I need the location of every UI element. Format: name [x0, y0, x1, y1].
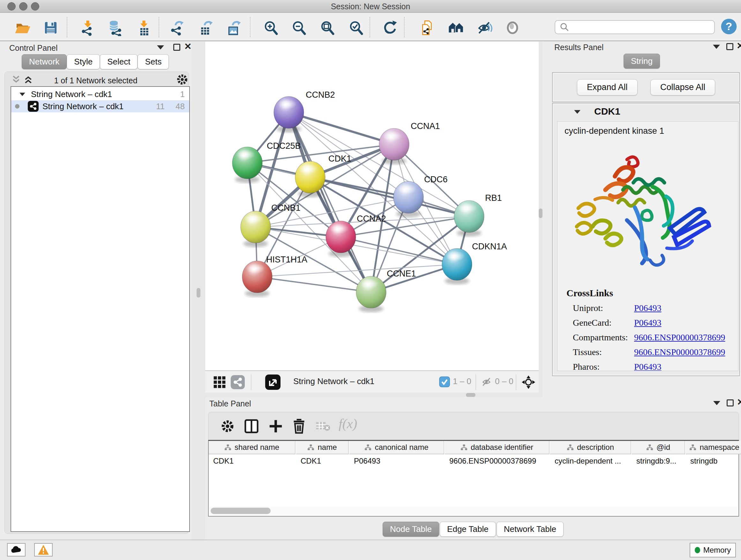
network-node[interactable] — [442, 248, 472, 285]
show-columns-icon[interactable] — [244, 419, 259, 434]
network-options-gear-icon[interactable] — [176, 73, 188, 85]
column-header[interactable]: shared name — [209, 441, 295, 454]
tab-edge-table[interactable]: Edge Table — [440, 522, 496, 537]
column-header[interactable]: description — [550, 441, 631, 454]
column-header[interactable]: canonical name — [349, 441, 444, 454]
network-node[interactable] — [274, 97, 304, 132]
apply-layout-button[interactable] — [381, 19, 399, 37]
network-node[interactable] — [295, 161, 325, 197]
import-table-file-button[interactable] — [135, 19, 153, 37]
column-header[interactable]: namespace — [686, 441, 741, 454]
tab-sets[interactable]: Sets — [138, 54, 169, 69]
export-network-button[interactable] — [169, 19, 186, 37]
grid-view-icon[interactable] — [213, 376, 226, 388]
network-node[interactable] — [379, 128, 409, 165]
help-button[interactable]: ? — [720, 17, 738, 36]
table-settings-gear-icon[interactable] — [220, 419, 234, 433]
right-splitter-handle[interactable] — [539, 208, 542, 218]
create-column-icon[interactable] — [268, 419, 283, 434]
network-graph[interactable]: CCNB2CCNA1CDC25BCDK1CDC6RB1CCNB1CCNA2CDK… — [205, 42, 539, 370]
network-collection-row[interactable]: String Network – cdk1 1 — [11, 88, 189, 100]
network-canvas[interactable]: CCNB2CCNA1CDC25BCDK1CDC6RB1CCNB1CCNA2CDK… — [205, 42, 539, 370]
network-node[interactable] — [241, 211, 271, 247]
tab-string[interactable]: String — [623, 54, 660, 69]
open-session-button[interactable] — [13, 19, 31, 37]
memory-button[interactable]: Memory — [690, 543, 736, 557]
delete-column-icon[interactable] — [292, 418, 306, 434]
table-cell[interactable]: CDK1 — [296, 455, 349, 467]
tab-select[interactable]: Select — [100, 54, 138, 69]
table-hscrollbar-thumb[interactable] — [211, 508, 271, 514]
expand-all-button[interactable]: Expand All — [577, 79, 637, 96]
import-table-icon — [136, 19, 152, 36]
search-input[interactable] — [572, 23, 714, 32]
network-node[interactable] — [242, 261, 272, 297]
node-label: RB1 — [485, 193, 502, 203]
warnings-button[interactable] — [34, 543, 53, 557]
table-hscrollbar[interactable] — [209, 507, 738, 515]
panel-close-icon[interactable]: ✕ — [737, 399, 741, 406]
first-neighbors-button[interactable] — [447, 19, 465, 37]
column-header-label: canonical name — [375, 443, 428, 452]
import-network-database-button[interactable] — [106, 19, 124, 37]
tab-node-table[interactable]: Node Table — [383, 522, 439, 537]
collapse-all-button[interactable]: Collapse All — [650, 79, 715, 96]
column-header[interactable]: @id — [632, 441, 685, 454]
network-node[interactable] — [454, 200, 484, 237]
collection-expander-icon[interactable] — [19, 92, 25, 96]
column-header[interactable]: database identifier — [445, 441, 549, 454]
save-session-button[interactable] — [42, 19, 60, 37]
panel-menu-icon[interactable] — [713, 45, 720, 49]
panel-float-icon[interactable] — [726, 43, 733, 50]
table-cell[interactable]: 9606.ENSP00000378699 — [445, 455, 549, 467]
section-collapse-icon[interactable] — [574, 110, 581, 114]
network-node[interactable] — [232, 147, 262, 183]
column-header[interactable]: name — [296, 441, 349, 454]
results-panel-title: Results Panel — [554, 43, 603, 52]
right-splitter[interactable] — [539, 42, 542, 397]
import-network-file-button[interactable] — [78, 19, 96, 37]
column-header-label: shared name — [234, 443, 279, 452]
panel-menu-icon[interactable] — [157, 45, 164, 50]
export-image-button[interactable] — [225, 19, 243, 37]
panel-float-icon[interactable] — [173, 44, 180, 51]
tab-style[interactable]: Style — [67, 54, 100, 69]
panel-close-icon[interactable]: ✕ — [184, 43, 192, 50]
network-type-toggle-icon[interactable] — [231, 375, 245, 389]
zoom-out-button[interactable] — [290, 19, 308, 37]
string-query-button[interactable] — [418, 19, 436, 37]
panel-float-icon[interactable] — [727, 399, 734, 407]
zoom-selected-button[interactable] — [347, 19, 365, 37]
open-in-window-icon[interactable] — [265, 374, 280, 390]
left-splitter-handle[interactable] — [197, 288, 200, 298]
network-row[interactable]: String Network – cdk1 11 48 — [11, 100, 189, 112]
zoom-fit-button[interactable] — [319, 19, 336, 37]
crosslink-value[interactable]: P06493 — [634, 318, 662, 328]
cloud-button[interactable] — [7, 543, 25, 557]
birds-eye-view-icon[interactable] — [521, 375, 536, 389]
zoom-in-button[interactable] — [262, 19, 280, 37]
network-node[interactable] — [356, 276, 386, 312]
network-edges[interactable] — [247, 112, 469, 292]
crosslink-value[interactable]: P06493 — [634, 303, 662, 313]
show-all-button[interactable] — [503, 19, 522, 37]
table-cell[interactable]: P06493 — [349, 455, 444, 467]
crosslink-value[interactable]: 9606.ENSP00000378699 — [634, 347, 725, 357]
panel-menu-icon[interactable] — [713, 401, 720, 405]
hide-selected-button[interactable] — [475, 19, 493, 37]
tab-network-table[interactable]: Network Table — [496, 522, 563, 537]
crosslink-value[interactable]: 9606.ENSP00000378699 — [634, 332, 725, 343]
table-cell[interactable]: CDK1 — [209, 455, 295, 467]
crosslink-value[interactable]: P06493 — [634, 362, 662, 371]
bottom-splitter-handle[interactable] — [466, 393, 475, 397]
table-cell[interactable]: cyclin-dependent ... — [550, 455, 631, 467]
column-header-label: namespace — [699, 443, 739, 452]
network-node[interactable] — [326, 221, 356, 257]
table-cell[interactable]: stringdb:9... — [632, 455, 685, 467]
table-cell[interactable]: stringdb — [686, 455, 741, 467]
memory-status-icon — [695, 547, 700, 553]
selected-checkbox-icon[interactable] — [439, 376, 450, 387]
tab-network[interactable]: Network — [22, 54, 67, 69]
panel-close-icon[interactable]: ✕ — [737, 43, 741, 50]
export-table-button[interactable] — [197, 19, 215, 37]
